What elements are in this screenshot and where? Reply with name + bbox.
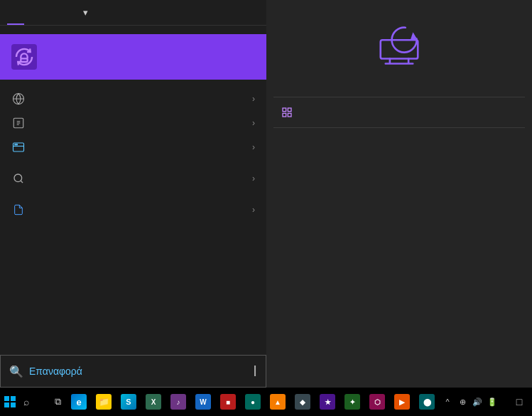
web-section-header xyxy=(0,159,266,166)
arrow-icon-5: › xyxy=(252,205,255,215)
taskbar-app13[interactable]: ⬡ xyxy=(365,390,389,414)
right-panel-icon-area xyxy=(266,0,532,82)
best-result-item[interactable] xyxy=(0,34,266,80)
tab-web[interactable] xyxy=(58,0,75,25)
right-link-1[interactable] xyxy=(266,141,532,146)
taskbar-app8[interactable]: ● xyxy=(241,390,265,414)
taskbar-app11[interactable]: ★ xyxy=(315,390,340,414)
svg-point-5 xyxy=(16,144,18,146)
tab-all[interactable] xyxy=(7,0,24,25)
task-view-icon: ⧉ xyxy=(55,396,61,407)
taskbar-app12[interactable]: ✦ xyxy=(340,390,364,414)
taskbar-store[interactable]: S xyxy=(116,390,141,414)
arrow-icon-4: › xyxy=(252,174,255,183)
network-icon xyxy=(11,92,26,106)
list-item-network-reset[interactable]: › xyxy=(0,87,266,111)
settings-section-header xyxy=(0,80,266,87)
battery-tray-icon[interactable]: 🔋 xyxy=(485,395,499,409)
text-cursor-icon: I xyxy=(253,362,257,380)
app15-icon: ⬤ xyxy=(419,394,435,410)
best-result-header xyxy=(0,26,266,34)
tabs-bar: ▾ xyxy=(0,0,266,26)
list-item-file-history[interactable]: › xyxy=(0,111,266,135)
app11-icon: ★ xyxy=(320,394,335,410)
file-history-icon xyxy=(11,116,26,130)
tray-icon-1[interactable]: ^ xyxy=(440,395,455,409)
app13-icon: ⬡ xyxy=(369,394,385,410)
taskbar: ⌕ ⧉ e 📁 S X xyxy=(0,388,532,416)
svg-point-6 xyxy=(14,174,22,182)
arrow-icon: › xyxy=(252,94,255,104)
taskbar-app10[interactable]: ◆ xyxy=(291,390,315,414)
best-result-text xyxy=(45,56,255,58)
taskbar-app14[interactable]: ▶ xyxy=(390,390,414,414)
taskbar-search-icon: ⌕ xyxy=(23,396,29,407)
ai-button[interactable] xyxy=(35,389,50,415)
svg-rect-11 xyxy=(288,113,291,117)
windows-logo-icon xyxy=(4,396,16,407)
app7-icon: ■ xyxy=(220,394,236,410)
arrow-icon-2: › xyxy=(252,118,255,128)
open-icon xyxy=(281,106,293,119)
right-panel xyxy=(266,0,532,388)
edge-icon: e xyxy=(71,394,87,410)
store-icon: S xyxy=(121,394,136,410)
explorer-icon: 📁 xyxy=(96,394,112,410)
restore-point-icon xyxy=(11,140,26,154)
taskbar-apps: e 📁 S X ♪ W xyxy=(67,390,439,414)
list-item-android-doc[interactable]: › xyxy=(0,198,266,222)
svg-rect-0 xyxy=(21,58,27,62)
tab-apps[interactable] xyxy=(24,0,41,25)
app6-icon: W xyxy=(195,394,211,410)
taskbar-greenapp[interactable]: X xyxy=(141,390,165,414)
app8-icon: ● xyxy=(245,394,261,410)
reset-pc-icon xyxy=(11,44,37,70)
greenapp-icon: X xyxy=(146,394,161,410)
app5-icon: ♪ xyxy=(170,394,186,410)
task-view-button[interactable]: ⧉ xyxy=(51,389,66,415)
search-input[interactable] xyxy=(29,366,244,377)
taskbar-app5[interactable]: ♪ xyxy=(166,390,190,414)
right-panel-subtitle xyxy=(266,82,532,97)
taskbar-app6[interactable]: W xyxy=(191,390,215,414)
document-icon xyxy=(11,203,26,217)
taskbar-search-button[interactable]: ⌕ xyxy=(19,389,34,415)
search-icon: 🔍 xyxy=(9,365,23,378)
svg-rect-9 xyxy=(288,108,291,112)
volume-tray-icon[interactable]: 🔊 xyxy=(470,395,484,409)
system-tray: ^ ⊕ 🔊 🔋 □ xyxy=(440,392,529,412)
taskbar-edge[interactable]: e xyxy=(67,390,91,414)
search-bar[interactable]: 🔍 I xyxy=(0,355,266,388)
arrow-icon-3: › xyxy=(252,142,255,152)
notification-button[interactable]: □ xyxy=(509,392,529,412)
app12-icon: ✦ xyxy=(344,394,360,410)
svg-rect-8 xyxy=(283,108,286,112)
chevron-down-icon: ▾ xyxy=(83,7,88,18)
taskbar-explorer[interactable]: 📁 xyxy=(92,390,116,414)
tab-documents[interactable] xyxy=(41,0,58,25)
app10-icon: ◆ xyxy=(295,394,310,410)
svg-rect-10 xyxy=(283,113,286,117)
app9-icon: ▲ xyxy=(270,394,286,410)
search-web-icon xyxy=(11,171,26,186)
open-action[interactable] xyxy=(266,97,532,127)
network-tray-icon[interactable]: ⊕ xyxy=(455,395,469,409)
taskbar-app15[interactable]: ⬤ xyxy=(415,390,439,414)
taskbar-app9[interactable]: ▲ xyxy=(266,390,290,414)
tab-more[interactable]: ▾ xyxy=(75,0,94,25)
list-item-restore-point[interactable]: › xyxy=(0,135,266,159)
taskbar-app7[interactable]: ■ xyxy=(216,390,240,414)
right-link-2[interactable] xyxy=(266,146,532,152)
documents-section-header xyxy=(0,191,266,198)
svg-point-4 xyxy=(15,144,16,146)
search-panel: ▾ xyxy=(0,0,266,388)
quick-help-header xyxy=(266,128,532,141)
app14-icon: ▶ xyxy=(394,394,410,410)
list-item-web-search[interactable]: › xyxy=(0,166,266,191)
start-button[interactable] xyxy=(3,389,18,415)
